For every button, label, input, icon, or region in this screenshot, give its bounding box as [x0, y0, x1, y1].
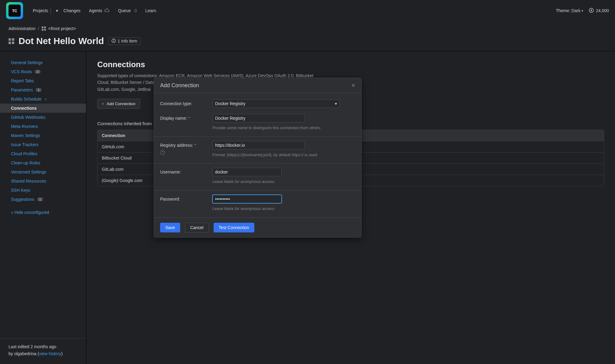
credits[interactable]: 24,000 — [589, 8, 609, 14]
field-display-name: Display name:* Provide some name to dist… — [154, 111, 361, 137]
connection-type-select[interactable]: Docker Registry — [212, 99, 340, 108]
field-hint: Provide some name to distinguish this co… — [212, 125, 322, 131]
plus-icon: + — [102, 101, 104, 106]
sidebar-item-connections[interactable]: Connections — [0, 104, 86, 113]
sidebar-item-label: Clean-up Rules — [11, 160, 40, 165]
sidebar-item-parameters[interactable]: Parameters 1 — [0, 85, 86, 94]
cancel-button[interactable]: Cancel — [185, 223, 209, 232]
info-badge[interactable]: 1 info item — [108, 37, 141, 45]
sidebar-item-label: Suggestions — [11, 197, 34, 202]
connection-name: GitHub.com — [102, 144, 124, 149]
sidebar-item-label: Cloud Profiles — [11, 151, 37, 156]
sidebar-item-versioned-settings[interactable]: Versioned Settings — [0, 167, 86, 177]
tc-logo-text: TC — [9, 5, 21, 17]
sidebar-item-cloud-profiles[interactable]: Cloud Profiles — [0, 149, 86, 158]
field-input-wrap: Provide some name to distinguish this co… — [212, 114, 355, 131]
nav-learn-label: Learn — [145, 8, 156, 13]
tc-logo[interactable]: TC — [6, 2, 23, 19]
sidebar-item-maven-settings[interactable]: Maven Settings — [0, 131, 86, 140]
nav-agents-label: Agents — [89, 8, 102, 13]
close-icon[interactable]: ✕ — [351, 83, 355, 88]
nav-learn[interactable]: Learn — [141, 5, 160, 17]
sidebar-item-label: VCS Roots — [11, 69, 32, 74]
field-input-wrap: Format: [http(s)://]hostname[:port], by … — [212, 141, 355, 158]
info-badge-text: 1 info item — [118, 39, 137, 43]
sidebar-item-label: Builds Schedule — [11, 97, 41, 101]
chevron-down-icon: ▾ — [582, 9, 583, 12]
username-input[interactable] — [212, 168, 282, 176]
nav-agents[interactable]: Agents — [85, 5, 114, 17]
add-connection-button[interactable]: + Add Connection — [97, 99, 140, 109]
nav-changes[interactable]: Changes — [59, 5, 85, 17]
breadcrumb-root[interactable]: <Root project> — [48, 26, 76, 31]
nav-queue-label: Queue — [118, 8, 131, 13]
field-connection-type: Connection type: Docker Registry — [154, 96, 361, 111]
required-asterisk: * — [188, 116, 190, 121]
sidebar-item-github-webhooks[interactable]: GitHub Webhooks — [0, 113, 86, 122]
sidebar-item-meta-runners[interactable]: Meta-Runners — [0, 122, 86, 131]
field-input-wrap: Docker Registry — [212, 99, 355, 108]
connection-name: Bitbucket Cloud — [102, 156, 132, 160]
connection-prefix: (Google) — [102, 178, 119, 183]
sidebar-item-label: Connections — [11, 106, 37, 111]
page-title-row: Dot Net Hello World 1 info item — [0, 33, 615, 51]
password-input[interactable] — [212, 195, 282, 203]
sidebar-item-general-settings[interactable]: General Settings — [0, 58, 86, 67]
credits-value: 24,000 — [596, 8, 609, 13]
dialog-title: Add Connection — [160, 82, 199, 89]
field-registry-address: Registry address:* ? Format: [http(s)://… — [154, 138, 361, 164]
nav-projects[interactable]: Projects — [29, 5, 53, 17]
field-label: Username: — [160, 168, 212, 174]
check-icon: ✓ — [44, 97, 47, 101]
sidebar-footer: Last edited 2 months ago by olgabedrina … — [0, 338, 86, 364]
sidebar-badge: 2 — [35, 70, 40, 74]
sidebar-item-label: General Settings — [11, 60, 43, 65]
chevron-down-icon[interactable]: ▾ — [55, 5, 59, 17]
page-title: Dot Net Hello World — [19, 36, 104, 46]
connection-name: Google.com — [119, 178, 142, 183]
column-header: Connection — [102, 133, 125, 138]
coin-icon — [589, 8, 594, 14]
sidebar-item-ssh-keys[interactable]: SSH Keys — [0, 186, 86, 195]
display-name-input[interactable] — [212, 114, 305, 122]
view-history-link[interactable]: view history — [39, 351, 61, 356]
sidebar-item-label: Issue Trackers — [11, 142, 39, 147]
dialog-body: Connection type: Docker Registry Display… — [154, 93, 361, 215]
save-button[interactable]: Save — [160, 223, 180, 232]
registry-address-input[interactable] — [212, 141, 305, 149]
theme-toggle[interactable]: Theme: Dark ▾ — [556, 8, 583, 13]
breadcrumb-sep: / — [38, 26, 39, 31]
connection-name: GitLab.com — [102, 167, 124, 172]
field-label: Display name:* — [160, 114, 212, 121]
dialog-header: Add Connection ✕ — [154, 78, 361, 93]
label-text: Registry address: — [160, 143, 193, 148]
sidebar-item-label: Maven Settings — [11, 133, 40, 138]
label-text: Display name: — [160, 116, 187, 121]
header: TC Projects | ▾ Changes Agents Queue 0 L… — [0, 0, 615, 21]
hide-unconfigured-link[interactable]: « Hide unconfigured — [0, 204, 86, 221]
sidebar-item-label: Meta-Runners — [11, 124, 38, 129]
field-username: Username: Leave blank for anonymous acce… — [154, 165, 361, 191]
test-connection-button[interactable]: Test Connection — [214, 223, 254, 232]
sidebar-item-issue-trackers[interactable]: Issue Trackers — [0, 140, 86, 149]
sidebar-item-clean-up-rules[interactable]: Clean-up Rules — [0, 158, 86, 167]
field-label: Connection type: — [160, 99, 212, 106]
nav-changes-label: Changes — [64, 8, 81, 13]
add-connection-label: Add Connection — [107, 101, 136, 106]
sidebar-item-report-tabs[interactable]: Report Tabs — [0, 76, 86, 85]
field-hint: Format: [http(s)://]hostname[:port], by … — [212, 152, 322, 158]
header-right: Theme: Dark ▾ 24,000 — [556, 8, 609, 14]
sidebar-item-vcs-roots[interactable]: VCS Roots 2 — [0, 67, 86, 76]
breadcrumb-admin[interactable]: Administration — [9, 26, 36, 31]
help-icon[interactable]: ? — [160, 150, 165, 155]
theme-label: Theme: Dark — [556, 8, 580, 13]
sidebar-item-label: Shared Resources — [11, 179, 46, 184]
sidebar-item-shared-resources[interactable]: Shared Resources — [0, 177, 86, 186]
project-icon — [9, 38, 14, 44]
sidebar-item-builds-schedule[interactable]: Builds Schedule ✓ — [0, 94, 86, 104]
nav-queue[interactable]: Queue 0 — [114, 5, 141, 17]
sidebar-item-label: Parameters — [11, 88, 33, 92]
sidebar-item-suggestions[interactable]: Suggestions 1 — [0, 195, 86, 204]
nav-projects-label: Projects — [33, 8, 48, 13]
field-input-wrap: Leave blank for anonymous access — [212, 168, 355, 185]
